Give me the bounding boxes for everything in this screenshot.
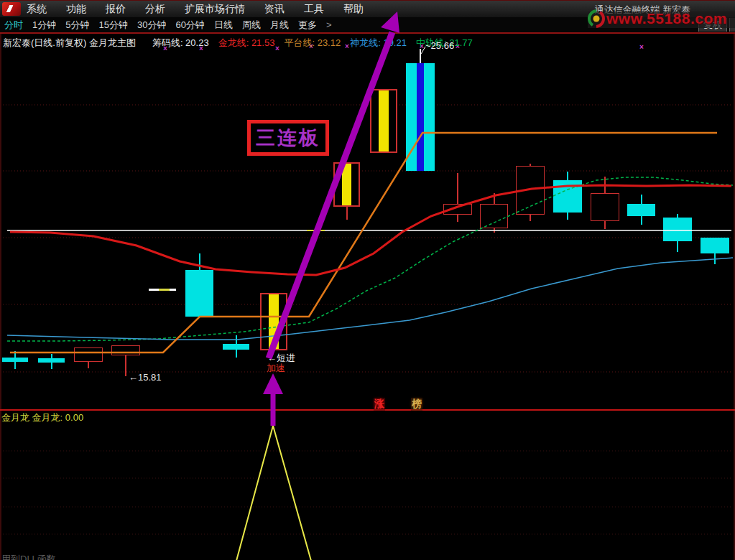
timeframe-tab-分时[interactable]: 分时: [4, 19, 23, 32]
jiasu-label: 加速: [267, 362, 285, 375]
timeframe-tab-5分钟[interactable]: 5分钟: [65, 19, 89, 32]
timeframe-tab-月线[interactable]: 月线: [270, 19, 289, 32]
menu-item-资讯[interactable]: 资讯: [264, 3, 285, 16]
menu-item-功能[interactable]: 功能: [66, 3, 86, 16]
menu-item-系统[interactable]: 系统: [27, 3, 47, 16]
watermark-logo-icon: [586, 9, 606, 29]
subchart-indicator-label: 金月龙 金月龙: 0.00: [1, 411, 83, 424]
subchart-footer-note: 用到DLL函数: [1, 553, 56, 560]
timeframe-tab-周线[interactable]: 周线: [242, 19, 261, 32]
chart-title: 新宏泰(日线.前复权) 金月龙主图: [3, 37, 136, 50]
watermark: www.55188.com: [586, 9, 727, 29]
indicator-value-金龙线: 金龙线: 21.53: [218, 37, 275, 50]
low-price-label: ←15.81: [129, 372, 162, 383]
zhang-label: 涨: [374, 398, 385, 411]
menu-item-扩展市场行情[interactable]: 扩展市场行情: [185, 3, 245, 16]
timeframe-tab-30分钟[interactable]: 30分钟: [137, 19, 166, 32]
chart-header: 新宏泰(日线.前复权) 金月龙主图 筹码线: 20.23金龙线: 21.53平台…: [3, 37, 473, 50]
timeframe-tab->[interactable]: >: [326, 19, 332, 30]
panel-divider[interactable]: [0, 409, 735, 411]
app-logo-icon[interactable]: [2, 2, 21, 16]
watermark-text: www.55188.com: [606, 10, 727, 27]
timeframe-tab-60分钟[interactable]: 60分钟: [175, 19, 204, 32]
menu-item-工具[interactable]: 工具: [304, 3, 324, 16]
indicator-value-筹码线: 筹码线: 20.23: [152, 37, 209, 50]
marker-layer: ××××××××: [0, 1, 735, 560]
tdx-terminal-window: 系统功能报价分析扩展市场行情资讯工具帮助 通达信金融终端 新宏泰 分时1分钟5分…: [0, 0, 735, 560]
menu-item-报价[interactable]: 报价: [106, 3, 126, 16]
timeframe-tab-日线[interactable]: 日线: [214, 19, 233, 32]
indicator-value-神龙线: 神龙线: 19.21: [350, 37, 407, 50]
timeframe-tab-15分钟[interactable]: 15分钟: [98, 19, 127, 32]
timeframe-tab-1分钟[interactable]: 1分钟: [32, 19, 56, 32]
sanlianban-label-box: 三连板: [247, 120, 329, 156]
indicator-value-平台线: 平台线: 23.12: [284, 37, 341, 50]
toolbar-divider: [0, 32, 735, 34]
menu-item-帮助[interactable]: 帮助: [343, 3, 364, 16]
bang-label: 榜: [411, 398, 422, 411]
high-price-label: ~25.66: [425, 40, 454, 51]
menu-item-分析[interactable]: 分析: [145, 3, 165, 16]
menu-items: 系统功能报价分析扩展市场行情资讯工具帮助: [27, 3, 383, 16]
timeframe-tab-更多[interactable]: 更多: [298, 19, 317, 32]
signal-x-marker: ×: [639, 44, 644, 51]
